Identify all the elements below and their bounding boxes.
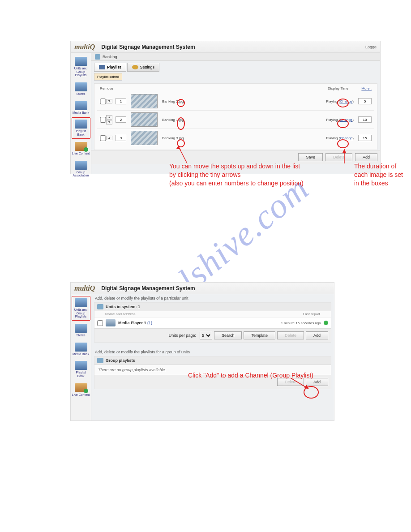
breadcrumb-icon	[95, 54, 100, 60]
sidebar-2: Units and Group PlaylistsStoresMedia Ban…	[71, 294, 91, 420]
units-add-button[interactable]: Add	[306, 331, 328, 339]
units-toolbar: Units per page: 5 Search Template Delete…	[94, 328, 331, 342]
duration-input[interactable]	[358, 116, 372, 123]
sidebar-item-label: Live Content	[72, 152, 90, 155]
units-panel-title: Units in system: 1	[106, 305, 140, 309]
playlist-row: ▲▼Banking 1.jpgPlaying (Change)	[97, 111, 374, 129]
svg-marker-3	[342, 149, 346, 153]
sidebar-item-label: Media Bank	[72, 111, 90, 115]
gear-icon	[132, 65, 138, 69]
duration-input[interactable]	[358, 98, 372, 104]
sidebar-item-icon	[75, 343, 87, 352]
units-per-page-label: Units per page:	[169, 333, 196, 338]
status-dot-icon	[324, 321, 328, 325]
sidebar-item-label: Units and Group Playlists	[72, 308, 90, 318]
tab-settings[interactable]: Settings	[127, 63, 160, 72]
sidebar-item-icon	[75, 324, 87, 333]
sidebar-item-0[interactable]: Units and Group Playlists	[72, 55, 90, 79]
search-button[interactable]: Search	[214, 331, 242, 339]
sidebar-item-3[interactable]: Playlist Bank	[72, 117, 90, 138]
sidebar-item-label: Stores	[72, 92, 90, 96]
tab-playlist-label: Playlist	[107, 65, 121, 69]
thumbnail	[131, 94, 158, 108]
move-down-button[interactable]: ▼	[106, 120, 112, 124]
sidebar-item-1[interactable]: Stores	[72, 322, 90, 339]
annotation-circle-arrow-1	[177, 99, 185, 107]
order-input[interactable]	[116, 116, 126, 123]
logged-label: Logge	[365, 45, 377, 49]
unit-time: 1 minute 15 seconds ago.	[281, 321, 322, 325]
tab-playlist-sched[interactable]: Playlist sched	[94, 73, 122, 81]
sidebar-item-icon	[75, 361, 87, 370]
info-top: Add, delete or modify the playlists of a…	[91, 294, 334, 301]
group-icon	[97, 358, 103, 363]
unit-name: Media Player 1	[118, 321, 146, 325]
sidebar-item-1[interactable]: Stores	[72, 80, 90, 98]
sidebar-item-5[interactable]: Group Association	[72, 159, 90, 180]
sidebar-item-2[interactable]: Media Bank	[72, 99, 90, 117]
unit-checkbox[interactable]	[97, 320, 103, 326]
sidebar-item-2[interactable]: Media Bank	[72, 340, 90, 358]
sidebar-item-icon	[75, 161, 87, 170]
thumbnail	[131, 112, 158, 127]
annotation-text-left: You can move the spots up and down in th…	[169, 162, 348, 188]
duration-input[interactable]	[358, 135, 372, 141]
order-input[interactable]	[116, 98, 126, 104]
col-name-address: Name and address	[105, 312, 136, 316]
save-button[interactable]: Save	[298, 153, 323, 161]
info-bottom: Add, delete or modify the playlists for …	[91, 348, 334, 355]
sidebar-item-label: Stores	[72, 334, 90, 337]
move-up-button[interactable]: ▲	[106, 136, 112, 140]
annotation-text-right: The duration of each image is set in the…	[354, 162, 411, 188]
col-display-time: Display Time	[322, 86, 354, 90]
annotation-circle-dur-2	[337, 119, 349, 128]
sidebar-item-label: Live Content	[72, 393, 90, 397]
screenshot-2: multiQ Digital Signage Management System…	[70, 282, 334, 421]
template-button[interactable]: Template	[244, 331, 275, 339]
sidebar-item-label: Units and Group Playlists	[72, 67, 90, 77]
filename: Banking 3.jpg	[162, 136, 216, 140]
annotation-circle-dur-3	[337, 139, 349, 148]
media-player-icon	[106, 319, 116, 326]
sidebar-item-0[interactable]: Units and Group Playlists	[72, 296, 90, 321]
sidebar-item-label: Playlist Bank	[72, 371, 90, 378]
filename: Banking 1.jpg	[162, 118, 216, 122]
col-last-report: Last report	[303, 312, 320, 316]
logo-2: multiQ	[74, 284, 95, 292]
unit-id-link[interactable]: (1)	[147, 321, 152, 325]
tab-settings-label: Settings	[140, 65, 155, 69]
sidebar-item-icon	[75, 101, 87, 110]
units-icon	[97, 304, 103, 309]
tab-row: Playlist Settings	[91, 61, 380, 72]
more-link[interactable]: More..	[354, 86, 372, 90]
units-per-page-select[interactable]: 5	[200, 332, 212, 339]
breadcrumb: Banking	[91, 53, 380, 61]
playlist-row: ▲Banking 3.jpgPlaying (Change)	[97, 129, 374, 147]
col-remove: Remove	[100, 86, 122, 90]
tab-playlist[interactable]: Playlist	[94, 63, 126, 72]
add-button[interactable]: Add	[355, 153, 377, 161]
remove-checkbox[interactable]	[100, 135, 106, 141]
playlist-tab-icon	[99, 65, 105, 69]
sidebar-item-3[interactable]: Playlist Bank	[72, 359, 90, 380]
move-down-button[interactable]: ▼	[106, 99, 112, 103]
sidebar-item-icon	[75, 298, 87, 307]
units-delete-button[interactable]: Delete	[277, 331, 304, 339]
thumbnail	[131, 131, 158, 145]
sidebar-item-4[interactable]: Live Content	[72, 381, 90, 399]
sidebar-item-4[interactable]: Live Content	[72, 140, 90, 158]
sidebar-item-icon	[75, 82, 87, 91]
sidebar: Units and Group PlaylistsStoresMedia Ban…	[71, 53, 91, 174]
remove-checkbox[interactable]	[100, 99, 106, 104]
move-up-button[interactable]: ▲	[106, 115, 112, 120]
playlist-row: ▼Banking 2.jpgPlaying (Change)	[97, 92, 374, 111]
sidebar-item-label: Media Bank	[72, 352, 90, 356]
app-title: Digital Signage Management System	[101, 44, 195, 50]
sidebar-item-icon	[75, 120, 87, 129]
remove-checkbox[interactable]	[100, 117, 106, 123]
units-panel: Units in system: 1 Name and address Last…	[94, 302, 331, 343]
unit-row[interactable]: Media Player 1 (1) 1 minute 15 seconds a…	[94, 317, 331, 328]
order-input[interactable]	[116, 135, 126, 141]
annotation-circle-arrow-2	[177, 117, 185, 130]
filename: Banking 2.jpg	[162, 99, 216, 103]
